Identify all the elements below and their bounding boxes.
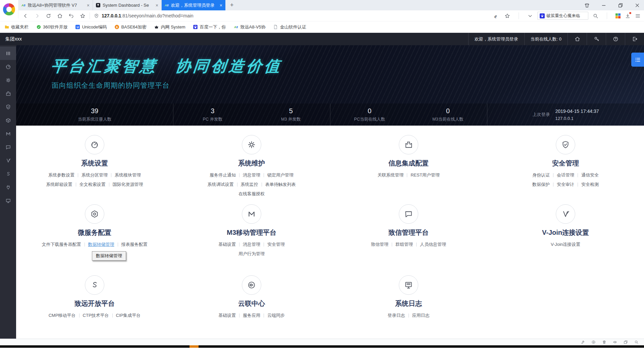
sidebar-item-m3[interactable] (0, 127, 16, 140)
card-link[interactable]: 服务停止通知 (210, 172, 236, 178)
card-link[interactable]: 文件下载服务器配置 (42, 241, 81, 248)
url-text[interactable]: 127.0.0.1:81/seeyon/main.do?method=main (102, 13, 194, 18)
bookmark-item[interactable]: 360软件开放 (36, 24, 68, 30)
card-link[interactable]: 全文检索设置 (79, 182, 106, 188)
sidebar-item-dashboard[interactable] (0, 60, 16, 73)
bookmark-item[interactable]: 6BASE64加密 (114, 24, 146, 30)
card-link[interactable]: 国际化资源管理 (113, 182, 143, 188)
close-icon[interactable] (635, 3, 640, 8)
bookmark-item[interactable]: 收藏夹栏 (4, 24, 29, 30)
card-link[interactable]: 安全管理 (267, 241, 285, 248)
logout-icon[interactable] (625, 33, 644, 45)
card-link[interactable]: 关联系统管理 (377, 172, 404, 178)
card-link[interactable]: CIP集成平台 (116, 312, 141, 319)
card-link[interactable]: 应用日志 (412, 312, 430, 319)
card-link[interactable]: 通信安全 (581, 172, 599, 178)
sidebar-item-vjoin[interactable] (0, 154, 16, 167)
card-link[interactable]: 云端同步 (267, 312, 285, 319)
sidebar-item-gear[interactable] (0, 73, 16, 87)
tab-close-icon[interactable]: × (156, 3, 158, 8)
card-link[interactable]: 服务应用 (243, 312, 260, 319)
menu-toggle-button[interactable] (631, 53, 644, 67)
sidebar-item-s-swirl[interactable] (0, 167, 16, 181)
speed-plus-icon[interactable] (591, 340, 596, 344)
sidebar-item-monitor[interactable] (0, 194, 16, 207)
new-tab-button[interactable]: + (225, 0, 238, 10)
sidebar-item-chat[interactable] (0, 140, 16, 154)
star-outline-icon[interactable] (80, 13, 86, 19)
browser-search-box[interactable]: 破茧重生心魔来临 (537, 12, 588, 20)
card-link[interactable]: 基础设置 (218, 241, 236, 248)
home-icon[interactable] (57, 13, 63, 19)
card-link[interactable]: 系统调试设置 (208, 182, 234, 188)
card-link[interactable]: 会话管理 (557, 172, 574, 178)
bookmark-item[interactable]: 内网 System (154, 24, 185, 30)
search-icon[interactable] (593, 13, 598, 19)
card-link[interactable]: CTP技术平台 (83, 312, 109, 319)
trash-icon[interactable] (602, 340, 606, 344)
favorite-star-icon[interactable] (504, 13, 510, 19)
browser-logo[interactable] (0, 0, 18, 18)
card-link[interactable]: V-Join连接设置 (551, 241, 580, 248)
reload-icon[interactable] (46, 13, 51, 19)
sidebar-item-menu-bars[interactable] (0, 47, 16, 60)
sidebar-item-plug[interactable] (0, 181, 16, 194)
speaker-icon[interactable] (613, 340, 617, 344)
bookmark-item[interactable]: A8致远A8-V5协 (233, 24, 266, 30)
tab-close-icon[interactable]: × (220, 3, 222, 8)
card-link[interactable]: 系统模块管理 (115, 172, 141, 178)
card-link[interactable]: CMP移动平台 (49, 312, 76, 319)
help-icon[interactable] (606, 33, 625, 45)
home-icon[interactable] (568, 33, 587, 45)
card-link[interactable]: 消息管理 (243, 241, 260, 248)
url-box[interactable]: 127.0.0.1:81/seeyon/main.do?method=main (94, 13, 494, 18)
card-link[interactable]: 消息管理 (243, 172, 260, 178)
card-link[interactable]: 人员信息管理 (420, 241, 446, 248)
download-icon[interactable] (625, 13, 631, 19)
bookmark-item[interactable]: UUnicode编码 (75, 24, 107, 30)
card-link[interactable]: 基础设置 (218, 312, 236, 319)
card-link[interactable]: 表单待触发列表 (265, 182, 296, 188)
card-link[interactable]: 锁定用户管理 (267, 172, 293, 178)
search-input[interactable]: 破茧重生心魔来临 (546, 13, 586, 19)
taskbar-app-indicator[interactable] (190, 345, 199, 348)
browser-tab[interactable]: A8欢迎，系统管理员登录× (162, 0, 225, 10)
sidebar-item-package[interactable] (0, 114, 16, 127)
security-shield-icon[interactable] (94, 13, 99, 18)
card-link[interactable]: 数据保护 (532, 182, 550, 188)
card-link[interactable]: 身份认证 (532, 172, 550, 178)
windows-icon[interactable] (624, 340, 628, 344)
restore-icon[interactable] (618, 3, 623, 8)
card-link[interactable]: REST用户管理 (411, 172, 440, 178)
minimize-icon[interactable] (601, 3, 606, 8)
card-link[interactable]: 安全检测 (581, 182, 599, 188)
bookmark-item[interactable]: 金山软件认证 (273, 24, 306, 30)
card-link[interactable]: 在线客服授权 (238, 191, 265, 197)
back-icon[interactable] (23, 13, 29, 19)
card-link[interactable]: 安全审计 (557, 182, 574, 188)
sidebar-item-puzzle[interactable] (0, 87, 16, 100)
rocket-icon[interactable] (581, 340, 585, 344)
card-link[interactable]: 系统监控 (241, 182, 258, 188)
undo-icon[interactable] (68, 13, 74, 19)
card-link[interactable]: 系统参数设置 (48, 172, 74, 178)
zoom-icon[interactable] (634, 340, 639, 344)
card-link[interactable]: 登录日志 (388, 312, 405, 319)
card-link[interactable]: 系统邮箱设置 (46, 182, 72, 188)
chevron-down-icon[interactable] (527, 13, 533, 19)
sidebar-item-shield-check[interactable] (0, 100, 16, 114)
tab-close-icon[interactable]: × (87, 3, 90, 8)
card-link[interactable]: 致信管理 (371, 241, 388, 248)
key-icon[interactable] (587, 33, 606, 45)
ie-icon[interactable]: e (494, 13, 500, 19)
card-link[interactable]: 群组管理 (395, 241, 413, 248)
card-link[interactable]: 数据转储管理 (88, 241, 114, 248)
forward-icon[interactable] (34, 13, 40, 19)
hamburger-menu-icon[interactable] (635, 13, 641, 19)
browser-tab[interactable]: System Dashboard - Se× (93, 0, 162, 10)
card-link[interactable]: 用户行为管理 (238, 251, 265, 257)
card-link[interactable]: 系统分区管理 (82, 172, 108, 178)
skin-icon[interactable] (584, 3, 590, 8)
bookmark-item[interactable]: 百度一下，你 (193, 24, 226, 30)
apps-grid-icon[interactable] (615, 13, 621, 18)
